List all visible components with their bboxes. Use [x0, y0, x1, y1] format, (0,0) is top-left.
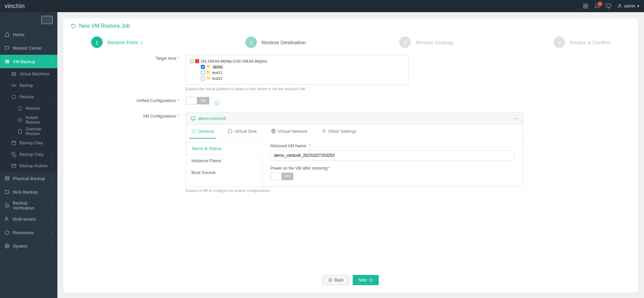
- step-restore-strategy[interactable]: 3 Restore Strategy: [399, 36, 554, 48]
- sidebar-item-label: Virtual Machines: [20, 72, 50, 76]
- tree-item-test22[interactable]: test22: [212, 76, 222, 80]
- sidebar-item-backup-verification[interactable]: Backup Verification ‹: [0, 199, 57, 212]
- tree-checkbox-demo[interactable]: [201, 65, 205, 69]
- svg-rect-1: [586, 4, 588, 6]
- topbar: vinchin 9 admin ▾: [0, 0, 644, 12]
- tab-general[interactable]: General: [189, 125, 216, 139]
- sidebar-item-physical-backup[interactable]: Physical Backup ‹: [0, 172, 57, 185]
- sidebar-item-system[interactable]: System ‹: [0, 239, 57, 253]
- sidebar-sub-vm-backup: Virtual Machines Backup Restore ⌄ Restor…: [0, 68, 57, 172]
- wizard-footer: Back Next: [71, 221, 630, 285]
- svg-point-35: [323, 130, 325, 132]
- sidebar-item-backup[interactable]: Backup: [0, 80, 57, 91]
- sidebar-collapse-button[interactable]: [41, 16, 53, 24]
- chevron-down-icon: ⌄: [50, 95, 53, 99]
- next-button[interactable]: Next: [353, 275, 379, 285]
- sublist-boot-source[interactable]: Boot Source: [186, 167, 262, 178]
- sidebar-item-resources[interactable]: Resources ‹: [0, 226, 57, 239]
- sidebar-item-multi-tenant[interactable]: Multi-tenant ‹: [0, 212, 57, 226]
- unified-toggle[interactable]: Off: [186, 97, 209, 104]
- sidebar-item-restore[interactable]: Restore ⌄: [0, 91, 57, 103]
- svg-rect-0: [584, 4, 585, 6]
- sidebar-item-vm-backup[interactable]: VM VM Backup ⌄: [0, 55, 57, 68]
- gear-icon: [322, 129, 326, 133]
- check-icon: ✓: [140, 41, 143, 45]
- copy-icon: [11, 152, 16, 157]
- grid-icon[interactable]: [583, 3, 588, 9]
- server-icon: [5, 176, 9, 181]
- screen-icon[interactable]: [606, 3, 611, 9]
- tree-root-label[interactable]: 192.168.64.34(http://192.168.64.34)(jon): [200, 59, 267, 63]
- tab-other-settings[interactable]: Other Settings: [320, 125, 358, 139]
- power-on-label: Power on the VM after restoring*: [270, 166, 515, 171]
- sliders-icon: [191, 129, 196, 133]
- check-icon: [5, 203, 9, 208]
- notification-badge: 9: [597, 1, 602, 6]
- sublist-instance-flavor[interactable]: Instance Flavor: [186, 155, 262, 167]
- toggle-off-label: OFF: [282, 173, 293, 180]
- sidebar-item-label: NAS Backup: [13, 190, 38, 195]
- svg-rect-14: [12, 72, 16, 74]
- back-button[interactable]: Back: [323, 275, 349, 285]
- sidebar-item-instant-restore[interactable]: Instant Restore: [0, 114, 57, 126]
- svg-point-24: [6, 245, 8, 247]
- tree-checkbox-test22[interactable]: [201, 76, 205, 80]
- tab-virtual-network[interactable]: Virtual Network: [269, 125, 310, 139]
- arrow-right-icon: [369, 278, 373, 282]
- step-review-confirm[interactable]: 4 Review & Confirm: [554, 36, 610, 48]
- svg-rect-19: [13, 154, 16, 156]
- target-host-row: Target Host* − 192.168.64.34(http://192.…: [71, 55, 630, 91]
- wizard-stepper: 1 Restore Point ✓ 2 Restore Destination …: [91, 36, 610, 48]
- svg-rect-15: [12, 74, 16, 76]
- bell-icon[interactable]: 9: [594, 3, 600, 9]
- brand-suffix: chin: [13, 3, 25, 9]
- sidebar-item-backup-data[interactable]: Backup Data: [0, 137, 57, 149]
- folder-icon: 📁: [206, 65, 211, 69]
- svg-rect-2: [584, 6, 585, 8]
- sidebar-item-label: Restore: [20, 95, 34, 99]
- sidebar-item-backup-copy[interactable]: Backup Copy ‹: [0, 149, 57, 160]
- folder-icon: 📁: [206, 70, 211, 75]
- arrow-left-icon: [328, 278, 332, 282]
- vm-config-label: VM Configurations*: [71, 113, 186, 193]
- sidebar-item-granular-restore[interactable]: Granular Restore: [0, 126, 57, 137]
- chevron-left-icon: ‹: [52, 231, 53, 234]
- vm-name: demo-centos8: [198, 116, 226, 121]
- user-name: admin: [624, 4, 635, 8]
- svg-rect-20: [5, 176, 9, 178]
- tree-item-demo[interactable]: demo: [212, 65, 223, 69]
- sidebar-item-nas-backup[interactable]: NAS Backup ‹: [0, 185, 57, 199]
- step-restore-point[interactable]: 1 Restore Point ✓: [91, 36, 245, 48]
- tree-item-test11[interactable]: test11: [212, 71, 222, 75]
- sidebar-item-label: Backup Verification: [13, 200, 48, 210]
- svg-rect-22: [5, 190, 8, 193]
- vm-config-hint: Expand a VM to configure its restore con…: [186, 189, 630, 193]
- power-on-toggle[interactable]: OFF: [270, 173, 293, 180]
- sidebar-item-backup-archive[interactable]: Backup Archive ‹: [0, 160, 57, 172]
- tab-virtual-disk[interactable]: Virtual Disk: [226, 125, 259, 139]
- monitor-icon: [191, 116, 195, 121]
- sidebar-item-virtual-machines[interactable]: Virtual Machines: [0, 68, 57, 80]
- chevron-left-icon: ‹: [52, 153, 53, 156]
- vm-config-header[interactable]: demo-centos8 —: [186, 113, 523, 125]
- step-restore-destination[interactable]: 2 Restore Destination: [245, 36, 400, 48]
- sidebar-item-home[interactable]: Home: [0, 28, 57, 41]
- host-tree[interactable]: − 192.168.64.34(http://192.168.64.34)(jo…: [186, 55, 408, 85]
- panel: New VM Restore Job 1 Restore Point ✓ 2 R…: [63, 18, 638, 293]
- sublist-name-status[interactable]: Name & Status: [186, 142, 262, 155]
- user-menu[interactable]: admin ▾: [617, 4, 639, 8]
- config-tabs: General Virtual Disk Virtual Network: [186, 125, 523, 139]
- tree-checkbox-test11[interactable]: [201, 71, 205, 75]
- chevron-left-icon: ‹: [52, 204, 53, 207]
- info-icon[interactable]: ⓘ: [215, 100, 219, 106]
- collapse-icon[interactable]: —: [513, 116, 518, 122]
- svg-rect-21: [5, 179, 9, 180]
- svg-point-7: [619, 4, 621, 6]
- sidebar-item-restore-sub[interactable]: Restore: [0, 103, 57, 114]
- sidebar-item-monitor[interactable]: Monitor Center ‹: [0, 41, 57, 55]
- tree-collapse-icon[interactable]: −: [190, 59, 194, 63]
- restored-vm-name-input[interactable]: [270, 150, 515, 160]
- clock-icon: [18, 118, 22, 122]
- config-subform: Restored VM Name: * Power on the VM afte…: [262, 139, 523, 186]
- unified-config-row: Unified Configurations* Off ⓘ: [71, 97, 630, 106]
